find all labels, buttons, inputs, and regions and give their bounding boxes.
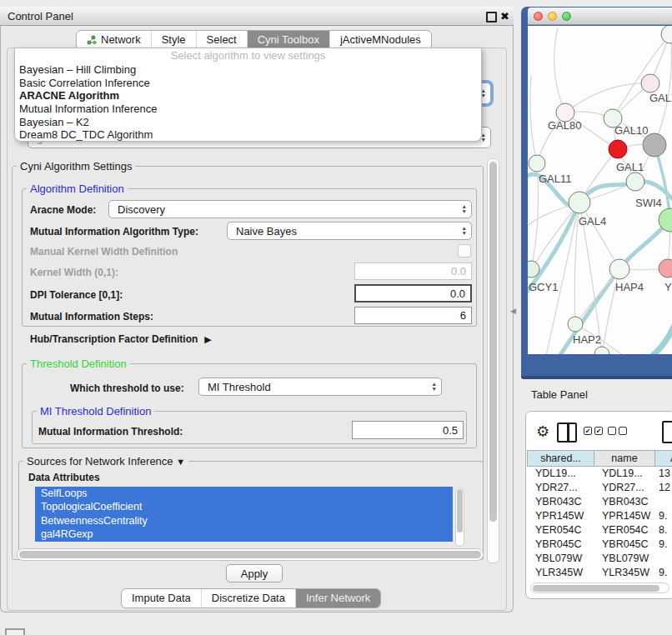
- attribute-item-gal4rgexp[interactable]: gal4RGexp: [35, 528, 453, 541]
- column-header-name[interactable]: name: [594, 450, 655, 467]
- hub-definition-label: Hub/Transcription Factor Definition: [30, 333, 198, 345]
- tab-label: Discretize Data: [212, 592, 285, 604]
- aracne-mode-combobox[interactable]: Discovery ▲▼: [108, 200, 472, 218]
- node-gal4[interactable]: [569, 192, 590, 213]
- table-hscrollbar-thumb[interactable]: [533, 585, 659, 592]
- node-selected-red[interactable]: [609, 140, 627, 158]
- partial-button[interactable]: [5, 628, 25, 635]
- mi-steps-input[interactable]: 6: [354, 307, 472, 324]
- float-panel-icon[interactable]: [486, 12, 497, 22]
- unchecked-pair-icon[interactable]: [619, 427, 627, 435]
- node-hap4[interactable]: [609, 259, 629, 279]
- which-threshold-label: Which threshold to use:: [70, 382, 184, 394]
- algorithm-option-bayesian-k2[interactable]: Bayesian – K2: [15, 116, 481, 129]
- dpi-tolerance-input[interactable]: 0.0: [354, 284, 472, 302]
- splitpane-collapse-icon[interactable]: ◀: [510, 307, 516, 315]
- column-layout-icon[interactable]: [557, 422, 577, 442]
- network-edge[interactable]: [565, 83, 650, 112]
- expanded-arrow-icon[interactable]: ▼: [176, 457, 185, 467]
- algorithm-option-dream8-dc-tdc-algorithm[interactable]: Dream8 DC_TDC Algorithm: [15, 128, 481, 142]
- network-edge[interactable]: [531, 163, 538, 269]
- network-edge[interactable]: [613, 34, 670, 118]
- settings-hscrollbar-thumb[interactable]: [19, 551, 481, 558]
- dpi-tolerance-value: 0.0: [450, 288, 465, 300]
- node-top-partial[interactable]: [661, 26, 672, 43]
- network-edge[interactable]: [530, 76, 537, 163]
- network-window-titlebar[interactable]: [528, 8, 672, 25]
- algorithm-option-aracne-algorithm[interactable]: ARACNE Algorithm: [15, 89, 481, 102]
- table-row-YDL19[interactable]: YDL19...YDL19...13: [527, 467, 672, 481]
- checked-pair-icon[interactable]: ✔: [584, 427, 592, 435]
- collapsed-arrow-icon[interactable]: ▶: [204, 334, 211, 344]
- node-gal11[interactable]: [529, 155, 545, 172]
- table-row-YPR145W[interactable]: YPR145WYPR145W9.: [527, 509, 672, 523]
- settings-scrollbar[interactable]: [487, 158, 499, 563]
- network-graph[interactable]: GAL7GAL80GAL10GAL1GAL11SWI4GAL4GCY1HAP4Y…: [528, 26, 672, 354]
- attributes-list-scrollbar[interactable]: [455, 488, 464, 547]
- close-panel-icon[interactable]: ✖: [500, 10, 509, 22]
- node-gray[interactable]: [643, 133, 666, 157]
- gear-icon[interactable]: ⚙: [536, 422, 549, 441]
- control-panel-titlebar: Control Panel: [0, 7, 514, 26]
- node-gal7[interactable]: [641, 74, 659, 92]
- node-gal1[interactable]: [626, 172, 644, 191]
- table-row-YBR045C[interactable]: YBR045CYBR045C9.: [527, 538, 672, 552]
- tab-impute-data[interactable]: Impute Data: [122, 589, 201, 608]
- tab-cyni-toolbox[interactable]: Cyni Toolbox: [247, 31, 329, 49]
- attribute-item-topologicalcoefficient[interactable]: TopologicalCoefficient: [35, 500, 453, 513]
- tab-network[interactable]: Network: [77, 31, 151, 49]
- mi-type-combobox[interactable]: Naive Bayes ▲▼: [227, 222, 472, 240]
- traffic-zoom-icon[interactable]: [562, 12, 571, 21]
- network-edge[interactable]: [554, 28, 565, 112]
- table-row-YLR345W[interactable]: YLR345WYLR345W9.: [527, 566, 672, 580]
- network-edge-thick[interactable]: [634, 318, 672, 354]
- table-row-YDR27[interactable]: YDR27...YDR27...12: [527, 481, 672, 495]
- manual-kernel-checkbox[interactable]: [458, 244, 471, 258]
- attributes-scrollbar-thumb[interactable]: [457, 489, 463, 532]
- node-bottom-partial[interactable]: [594, 347, 609, 354]
- tab-infer-network[interactable]: Infer Network: [295, 589, 380, 608]
- column-header-partial[interactable]: A: [654, 450, 672, 467]
- sources-legend-text: Sources for Network Inference: [27, 455, 173, 468]
- table-cell: YBR043C: [602, 495, 649, 509]
- algorithm-option-bayesian-hill-climbing[interactable]: Bayesian – Hill Climbing: [15, 63, 481, 77]
- node-table-rows[interactable]: YDL19...YDL19...13YDR27...YDR27...12YBR0…: [527, 467, 672, 582]
- tab-select[interactable]: Select: [196, 31, 247, 49]
- node-salmon[interactable]: [659, 259, 672, 278]
- settings-scrollbar-thumb[interactable]: [489, 162, 497, 522]
- table-cell: YIL052C: [535, 580, 576, 582]
- node-hap2[interactable]: [568, 317, 583, 332]
- tab-discretize-data[interactable]: Discretize Data: [201, 589, 295, 608]
- algorithm-option-basic-correlation-inference[interactable]: Basic Correlation Inference: [15, 77, 481, 90]
- table-hscrollbar[interactable]: [530, 582, 669, 593]
- unchecked-pair-icon[interactable]: [608, 427, 616, 435]
- column-header-shared[interactable]: shared...: [527, 450, 594, 467]
- traffic-minimize-icon[interactable]: [548, 12, 557, 21]
- table-row-YIL052C[interactable]: YIL052CYIL052C9: [527, 580, 672, 582]
- tab-style[interactable]: Style: [151, 31, 196, 49]
- checked-pair-icon[interactable]: ✔: [594, 427, 603, 435]
- kernel-width-input[interactable]: 0.0: [354, 262, 472, 280]
- table-row-YBL079W[interactable]: YBL079WYBL079W: [527, 552, 672, 566]
- attribute-item-selfloops[interactable]: SelfLoops: [35, 487, 453, 500]
- table-row-YER054C[interactable]: YER054CYER054C8.: [527, 523, 672, 538]
- mi-threshold-input[interactable]: 0.5: [352, 421, 464, 439]
- table-row-YBR043C[interactable]: YBR043CYBR043C: [527, 495, 672, 509]
- data-attributes-list[interactable]: SelfLoopsTopologicalCoefficientBetweenne…: [35, 487, 453, 547]
- attribute-item-betweennesscentrality[interactable]: BetweennessCentrality: [35, 514, 453, 528]
- network-canvas[interactable]: GAL7GAL80GAL10GAL1GAL11SWI4GAL4GCY1HAP4Y…: [528, 26, 672, 354]
- tab-label: Impute Data: [132, 592, 191, 604]
- which-threshold-combobox[interactable]: MI Threshold ▲▼: [198, 378, 442, 396]
- tab-label: Cyni Toolbox: [258, 33, 319, 46]
- mi-steps-label: Mutual Information Steps:: [30, 311, 153, 322]
- algorithm-option-mutual-information-inference[interactable]: Mutual Information Inference: [15, 102, 481, 116]
- algorithm-dropdown-prompt: Select algorithm to view settings: [15, 48, 481, 63]
- tab-jactivemnodules[interactable]: jActiveMNodules: [329, 31, 431, 49]
- page-icon[interactable]: [662, 421, 672, 443]
- traffic-close-icon[interactable]: [534, 12, 543, 21]
- settings-hscrollbar[interactable]: [17, 548, 484, 561]
- hub-definition-toggle[interactable]: Hub/Transcription Factor Definition▶: [30, 333, 212, 345]
- cyni-bottom-tabbar: Impute DataDiscretize DataInfer Network: [121, 588, 381, 608]
- apply-button[interactable]: Apply: [226, 564, 283, 582]
- control-panel-title: Control Panel: [8, 10, 73, 22]
